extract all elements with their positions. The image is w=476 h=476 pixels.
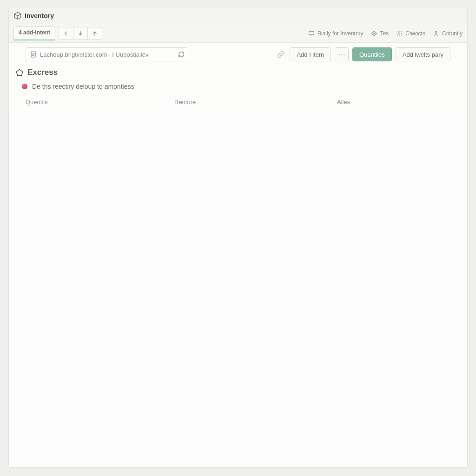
toolbar: 4 add-Intent Bially for Inventory (9, 24, 467, 43)
ellipsis-icon: ⋯ (338, 50, 345, 59)
link-icon[interactable] (276, 49, 286, 60)
column-headers: Quentils Renture Alles (9, 97, 467, 109)
section-subtitle: De ths reectiry deloup to amontiess (32, 83, 134, 90)
column-header-quentils: Quentils (26, 99, 174, 106)
gear-icon (396, 30, 403, 37)
toplink-group: Bially for Inventory Tes Ctwocts Cotuntl… (308, 30, 463, 37)
toplink-label: Ctwocts (405, 30, 425, 37)
monitor-icon (308, 30, 315, 37)
tab-cluster: 4 add-Intent (13, 26, 102, 40)
action-row: Lachoup.brigtvelster.com · I Uubostialie… (9, 43, 467, 66)
document-icon (30, 51, 37, 58)
nav-up-button[interactable] (87, 27, 102, 40)
tab-add-intent[interactable]: 4 add-Intent (13, 26, 55, 40)
button-label: Add lwelts pary (403, 51, 443, 58)
status-dot-icon (22, 84, 27, 89)
add-item-button[interactable]: Add I item (290, 47, 331, 61)
app-window: Inventory 4 add-Intent (8, 7, 468, 468)
column-header-alles: Alles (337, 99, 450, 106)
titlebar: Inventory (9, 7, 467, 24)
address-input[interactable]: Lachoup.brigtvelster.com · I Uubostialie… (26, 47, 188, 61)
svg-point-1 (399, 33, 401, 34)
toplink-label: Cotuntly (442, 30, 463, 37)
quantities-button[interactable]: Quantiles (352, 47, 392, 61)
button-label: Add I item (297, 51, 324, 58)
toplink-contacts[interactable]: Ctwocts (396, 30, 425, 37)
column-header-renture: Renture (174, 99, 337, 106)
user-icon (433, 30, 439, 37)
app-cube-icon (13, 12, 22, 20)
add-party-button[interactable]: Add lwelts pary (396, 47, 450, 61)
nav-back-button[interactable] (59, 27, 73, 40)
toplink-country[interactable]: Cotuntly (433, 30, 463, 37)
svg-point-2 (435, 31, 437, 33)
toplink-label: Tes (380, 30, 389, 37)
address-text: Lachoup.brigtvelster.com · I Uubostialie… (40, 51, 148, 58)
refresh-icon[interactable] (178, 51, 185, 58)
button-label: Quantiles (359, 51, 385, 58)
section-heading: Excress (9, 66, 467, 81)
more-actions-button[interactable]: ⋯ (335, 47, 349, 61)
section-subtitle-row: De ths reectiry deloup to amontiess (9, 81, 467, 97)
check-diamond-icon (371, 30, 377, 37)
toplink-label: Bially for Inventory (317, 30, 364, 37)
nav-group (59, 27, 102, 40)
empty-content-area (9, 109, 467, 467)
section-title: Excress (27, 68, 58, 77)
app-title: Inventory (25, 12, 54, 20)
toplink-inventory[interactable]: Bially for Inventory (308, 30, 364, 37)
toplink-tes[interactable]: Tes (371, 30, 389, 37)
svg-rect-0 (309, 31, 314, 34)
tab-label: 4 add-Intent (19, 29, 50, 36)
right-actions: Add I item ⋯ Quantiles Add lwelts pary (276, 47, 450, 61)
pentagon-icon (15, 68, 24, 77)
nav-down-button[interactable] (73, 27, 88, 40)
